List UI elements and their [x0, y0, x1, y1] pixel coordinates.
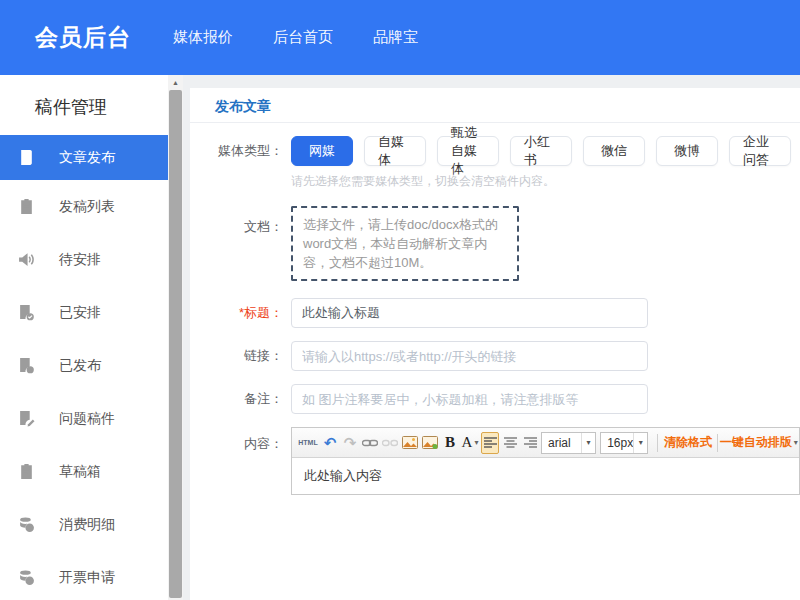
media-type-buttons: 网媒 自媒体 甄选自媒体 小红书 微信 微博 企业问答: [291, 136, 800, 166]
redo-icon[interactable]: ↷: [341, 432, 359, 454]
media-type-label: 媒体类型：: [190, 142, 287, 160]
align-left-button[interactable]: [481, 432, 499, 454]
media-type-button-webmedia[interactable]: 网媒: [291, 136, 353, 166]
document-check-icon: [18, 304, 35, 321]
main-panel: 发布文章 媒体类型： 网媒 自媒体 甄选自媒体 小红书 微信 微博 企业问答: [190, 88, 800, 600]
media-type-row: 媒体类型： 网媒 自媒体 甄选自媒体 小红书 微信 微博 企业问答: [190, 136, 800, 166]
publish-form: 媒体类型： 网媒 自媒体 甄选自媒体 小红书 微信 微博 企业问答 请先选择您需…: [190, 123, 800, 600]
media-type-hint-row: 请先选择您需要媒体类型，切换会清空稿件内容。: [190, 173, 800, 190]
rich-text-editor: HTML ↶ ↷: [291, 427, 800, 495]
chevron-down-icon: ▾: [581, 433, 595, 453]
sidebar-item-drafts[interactable]: 草稿箱: [0, 445, 168, 498]
scrollbar-thumb[interactable]: [169, 90, 182, 598]
title-label: *标题：: [190, 304, 287, 322]
link-label: 链接：: [190, 347, 287, 365]
bold-button[interactable]: B: [441, 432, 459, 454]
document-published-icon: [18, 357, 35, 374]
sidebar-item-published[interactable]: 已发布: [0, 339, 168, 392]
app-title: 会员后台: [35, 22, 131, 53]
editor-toolbar: HTML ↶ ↷: [292, 428, 799, 458]
sidebar-title: 稿件管理: [0, 75, 168, 135]
page: 会员后台 媒体报价 后台首页 品牌宝 稿件管理 文章发布 发稿列表 待安排: [0, 0, 800, 600]
sidebar-item-label: 消费明细: [59, 516, 115, 534]
auto-format-button[interactable]: 一键自动排版 ▾: [723, 432, 792, 454]
background-strip: [183, 75, 190, 600]
font-color-button[interactable]: A ▾: [461, 432, 479, 454]
insert-link-icon[interactable]: [361, 432, 379, 454]
align-right-button[interactable]: [521, 432, 539, 454]
media-type-button-weibo[interactable]: 微博: [656, 136, 718, 166]
link-input[interactable]: [291, 341, 648, 371]
top-navbar: 会员后台 媒体报价 后台首页 品牌宝: [0, 0, 800, 75]
chevron-down-icon: ▾: [633, 433, 647, 453]
draft-box-icon: [18, 463, 35, 480]
scrollbar-up-arrow-icon[interactable]: ▲: [168, 75, 183, 89]
sidebar-item-label: 发稿列表: [59, 198, 115, 216]
align-center-button[interactable]: [501, 432, 519, 454]
sidebar-item-scheduled[interactable]: 已安排: [0, 286, 168, 339]
megaphone-icon: [18, 251, 35, 268]
document-row: 文档： 选择文件，请上传doc/docx格式的word文档，本站自动解析文章内容…: [190, 204, 800, 285]
document-issue-icon: [18, 410, 35, 427]
undo-icon[interactable]: ↶: [321, 432, 339, 454]
font-size-select[interactable]: 16px ▾: [600, 432, 648, 454]
content-label: 内容：: [190, 427, 287, 453]
sidebar-item-label: 待安排: [59, 251, 101, 269]
media-type-button-qa[interactable]: 企业问答: [729, 136, 791, 166]
content-row: 内容： HTML ↶ ↷: [190, 427, 800, 600]
sidebar-item-problem-articles[interactable]: 问题稿件: [0, 392, 168, 445]
sidebar: 稿件管理 文章发布 发稿列表 待安排 已安排: [0, 75, 168, 600]
insert-image-library-icon[interactable]: [421, 432, 439, 454]
font-family-select[interactable]: arial ▾: [541, 432, 596, 454]
sidebar-scrollbar[interactable]: ▲: [168, 75, 183, 600]
nav-link-backend-home[interactable]: 后台首页: [273, 28, 333, 47]
sidebar-item-label: 文章发布: [59, 149, 115, 167]
chevron-down-icon: ▾: [474, 438, 478, 447]
document-icon: [18, 149, 35, 166]
svg-text:¥: ¥: [28, 524, 32, 531]
sidebar-item-spending-details[interactable]: ¥ 消费明细: [0, 498, 168, 551]
sidebar-item-label: 已安排: [59, 304, 101, 322]
panel-header: 发布文章: [190, 88, 800, 123]
title-row: *标题：: [190, 298, 800, 328]
title-input[interactable]: [291, 298, 648, 328]
sidebar-item-label: 问题稿件: [59, 410, 115, 428]
background-strip: [183, 75, 800, 88]
nav-link-brand-bao[interactable]: 品牌宝: [373, 28, 418, 47]
media-type-hint: 请先选择您需要媒体类型，切换会清空稿件内容。: [291, 173, 555, 190]
sidebar-item-invoice-request[interactable]: 开票申请: [0, 551, 168, 600]
document-label: 文档：: [190, 204, 287, 236]
coins-icon: ¥: [18, 516, 35, 533]
insert-image-icon[interactable]: [401, 432, 419, 454]
toolbar-separator: [717, 434, 718, 452]
chevron-down-icon: ▾: [794, 438, 798, 447]
note-label: 备注：: [190, 390, 287, 408]
editor-content-area[interactable]: 此处输入内容: [292, 458, 799, 494]
navbar-links: 媒体报价 后台首页 品牌宝: [173, 28, 458, 47]
media-type-button-selected-selfmedia[interactable]: 甄选自媒体: [437, 136, 499, 166]
sidebar-item-article-publish[interactable]: 文章发布: [0, 135, 168, 180]
media-type-button-xiaohongshu[interactable]: 小红书: [510, 136, 572, 166]
media-type-button-selfmedia[interactable]: 自媒体: [364, 136, 426, 166]
sidebar-item-publish-list[interactable]: 发稿列表: [0, 180, 168, 233]
note-input[interactable]: [291, 384, 648, 414]
clear-format-button[interactable]: 清除格式: [663, 432, 710, 454]
sidebar-item-label: 草稿箱: [59, 463, 101, 481]
link-row: 链接：: [190, 341, 800, 371]
remove-link-icon[interactable]: [381, 432, 399, 454]
sidebar-item-pending[interactable]: 待安排: [0, 233, 168, 286]
sidebar-item-label: 开票申请: [59, 569, 115, 587]
invoice-icon: [18, 569, 35, 586]
sidebar-item-label: 已发布: [59, 357, 101, 375]
html-source-button[interactable]: HTML: [297, 432, 319, 454]
media-type-button-wechat[interactable]: 微信: [583, 136, 645, 166]
note-row: 备注：: [190, 384, 800, 414]
page-title: 发布文章: [215, 98, 271, 114]
nav-link-media-quote[interactable]: 媒体报价: [173, 28, 233, 47]
clipboard-icon: [18, 198, 35, 215]
toolbar-separator: [657, 434, 658, 452]
document-upload-dropzone[interactable]: 选择文件，请上传doc/docx格式的word文档，本站自动解析文章内容，文档不…: [291, 206, 519, 281]
